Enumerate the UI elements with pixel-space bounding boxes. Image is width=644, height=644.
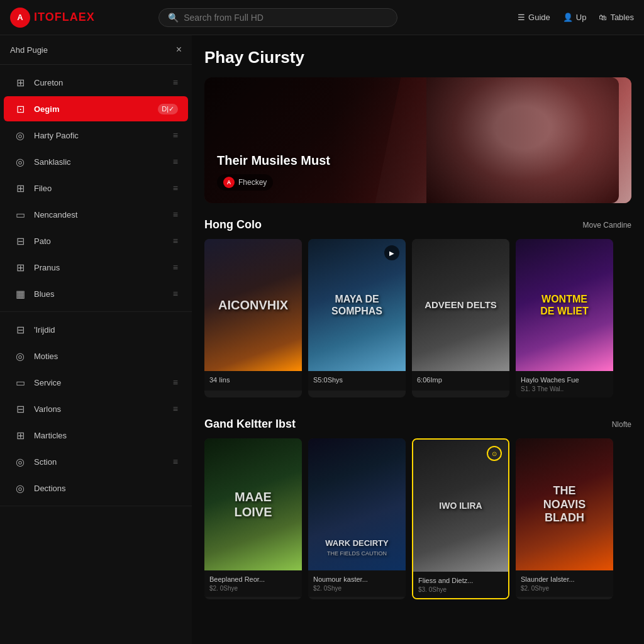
card-info-5: Beeplaned Reor... $2. 0Shye [204, 570, 302, 597]
sidebar-item-oegim[interactable]: ⊡ Oegim D|✓ [4, 96, 188, 121]
nav-up[interactable]: 👤 Up [563, 13, 587, 22]
logo-text: ITOFLAEX [34, 11, 95, 24]
card-4[interactable]: WONTMEDE WLIET Haylo Waches Fue S1. 3 Th… [516, 239, 613, 397]
varlons-dots: ≡ [173, 404, 178, 414]
sidebar-item-pranus[interactable]: ⊞ Pranus ≡ [4, 255, 188, 280]
section-more-1[interactable]: Move Candine [583, 221, 631, 230]
card-text-overlay-5: MAAELOIVE [209, 489, 297, 519]
card-info-4: Haylo Waches Fue S1. 3 The Wal.. [516, 371, 613, 397]
sidebar-label-nenc: Nencandest [34, 210, 77, 219]
card-2[interactable]: MAYA DESOMPHAS ▶ S5:0Shys [308, 239, 406, 397]
sidebar-label-sction: Sction [34, 457, 57, 467]
card-7[interactable]: IWO ILIRA ⊙ Fliess and Dietz... $3. 0Shy… [412, 438, 509, 599]
sidebar-section-2: ⊟ 'Irijdid ◎ Moties ▭ Service ≡ ⊟ [0, 312, 192, 506]
sidebar-item-service[interactable]: ▭ Service ≡ [4, 370, 188, 395]
card-meta-4: S1. 3 The Wal.. [521, 386, 608, 392]
nenc-dots: ≡ [173, 209, 178, 219]
sidebar-item-dections[interactable]: ◎ Dections [4, 475, 188, 501]
sidebar-item-harty[interactable]: ◎ Harty Paofic ≡ [4, 123, 188, 148]
card-meta-6: $2. 0Shye [313, 585, 401, 592]
fileo-dots: ≡ [173, 183, 178, 193]
sank-icon: ◎ [14, 155, 26, 168]
logo-icon: A [10, 8, 30, 28]
hero-overlay: Their Musiles Must A Fheckey [204, 77, 631, 203]
sidebar-label-oegim: Oegim [34, 104, 59, 114]
card-name-5: Beeplaned Reor... [209, 575, 297, 583]
card-text-overlay-2: MAYA DESOMPHAS [313, 293, 401, 317]
card-poster-5: MAAELOIVE [204, 438, 302, 570]
nenc-icon: ▭ [14, 208, 26, 221]
section-header-1: Hong Colo Move Candine [204, 218, 631, 231]
sidebar-close-button[interactable]: × [176, 44, 182, 55]
card-6[interactable]: WARK DECIRTYTHE FIELDS CAUTION Noumour k… [308, 438, 406, 599]
sidebar-item-varlons[interactable]: ⊟ Varlons ≡ [4, 396, 188, 421]
main-content: Phay Ciursty Their Musiles Must A Fhecke… [192, 35, 644, 644]
card-text-overlay-3: ADVEEN DELTS [417, 299, 505, 311]
hero-badge-text: Fheckey [238, 178, 267, 187]
card-info-8: Slaunder Ialster... $2. 0Shye [516, 570, 613, 597]
sidebar-label-varlons: Varlons [34, 404, 61, 414]
sank-dots: ≡ [173, 157, 178, 167]
dections-icon: ◎ [14, 482, 26, 494]
search-input[interactable] [184, 13, 388, 23]
nav-guide[interactable]: ☰ Guide [518, 13, 550, 22]
hero-badge-icon: A [223, 177, 235, 188]
card-meta-8: $2. 0Shye [521, 585, 608, 592]
card-text-overlay-1: AICONVHIX [209, 297, 297, 313]
section-title-2: Gand Keltter Ibst [204, 418, 296, 431]
nav-tables[interactable]: 🛍 Tables [599, 13, 634, 22]
sidebar-top: Ahd Pugie × [0, 35, 192, 65]
card-name-2: S5:0Shys [313, 376, 401, 384]
card-poster-7: IWO ILIRA ⊙ [413, 440, 508, 572]
cureton-dots: ≡ [173, 77, 178, 87]
card-5[interactable]: MAAELOIVE Beeplaned Reor... $2. 0Shye [204, 438, 302, 599]
sidebar-item-sction[interactable]: ◎ Sction ≡ [4, 449, 188, 474]
sidebar-label-blues: Blues [34, 289, 55, 299]
card-info-7: Fliess and Dietz... $3. 0Shye [413, 572, 508, 598]
play-icon-2: ▶ [384, 245, 399, 260]
moties-icon: ◎ [14, 350, 26, 362]
sidebar-label-harty: Harty Paofic [34, 131, 79, 140]
cards-row-2: MAAELOIVE Beeplaned Reor... $2. 0Shye WA… [204, 438, 631, 602]
sidebar-item-nenc[interactable]: ▭ Nencandest ≡ [4, 202, 188, 227]
sidebar-item-blues[interactable]: ▦ Blues ≡ [4, 281, 188, 306]
card-poster-3: ADVEEN DELTS [412, 239, 509, 371]
search-bar[interactable]: 🔍 [158, 8, 397, 27]
card-1[interactable]: AICONVHIX 34 Iins [204, 239, 302, 397]
sidebar-item-fileo[interactable]: ⊞ Fileo ≡ [4, 175, 188, 201]
section-gand: Gand Keltter Ibst Nlofte MAAELOIVE Beepl… [204, 418, 631, 602]
service-icon: ▭ [14, 376, 26, 389]
card-poster-1: AICONVHIX [204, 239, 302, 371]
pato-dots: ≡ [173, 236, 178, 246]
section-more-2[interactable]: Nlofte [612, 420, 631, 429]
harty-icon: ◎ [14, 129, 26, 142]
sidebar: Ahd Pugie × ⊞ Cureton ≡ ⊡ Oegim D|✓ [0, 35, 192, 644]
tables-icon: 🛍 [599, 13, 607, 22]
sidebar-item-pato[interactable]: ⊟ Pato ≡ [4, 228, 188, 253]
sidebar-item-cureton[interactable]: ⊞ Cureton ≡ [4, 70, 188, 95]
pranus-dots: ≡ [173, 262, 178, 272]
oegim-icon: ⊡ [14, 103, 26, 115]
card-name-3: 6:06Imp [417, 376, 504, 384]
sidebar-label-sank: Sanklaslic [34, 157, 71, 167]
blues-icon: ▦ [14, 287, 26, 300]
card-poster-8: THENOAVISBLADH [516, 438, 613, 570]
sidebar-item-marticles[interactable]: ⊞ Marticles [4, 423, 188, 448]
irijdid-icon: ⊟ [14, 323, 26, 336]
logo: A ITOFLAEX [10, 8, 95, 28]
sidebar-label-cureton: Cureton [34, 78, 63, 87]
card-8[interactable]: THENOAVISBLADH Slaunder Ialster... $2. 0… [516, 438, 613, 599]
sidebar-label-marticles: Marticles [34, 431, 67, 440]
card-info-2: S5:0Shys [308, 371, 406, 391]
section-hong-colo: Hong Colo Move Candine AICONVHIX 34 Iins… [204, 218, 631, 400]
card-text-overlay-4: WONTMEDE WLIET [521, 293, 609, 317]
hero-content: Their Musiles Must A Fheckey [217, 153, 330, 191]
card-name-8: Slaunder Ialster... [521, 575, 608, 583]
sidebar-item-sank[interactable]: ◎ Sanklaslic ≡ [4, 149, 188, 174]
hero-banner[interactable]: Their Musiles Must A Fheckey [204, 77, 631, 203]
card-text-overlay-7: IWO ILIRA [418, 501, 504, 511]
card-name-7: Fliess and Dietz... [418, 577, 503, 584]
sidebar-item-irijdid[interactable]: ⊟ 'Irijdid [4, 317, 188, 342]
card-3[interactable]: ADVEEN DELTS 6:06Imp [412, 239, 509, 397]
sidebar-item-moties[interactable]: ◎ Moties [4, 343, 188, 369]
